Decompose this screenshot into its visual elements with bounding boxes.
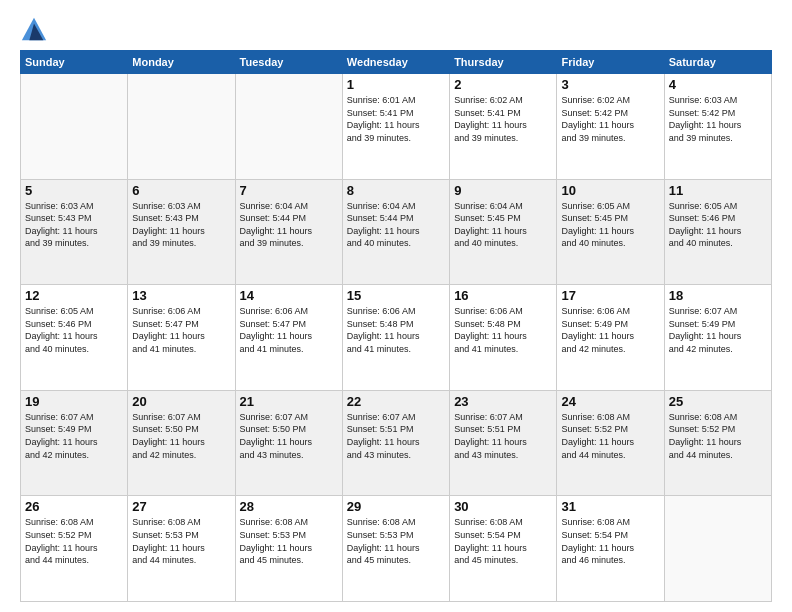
weekday-header-row: SundayMondayTuesdayWednesdayThursdayFrid… (21, 51, 772, 74)
day-info: Sunrise: 6:07 AM Sunset: 5:49 PM Dayligh… (669, 305, 767, 355)
day-info: Sunrise: 6:05 AM Sunset: 5:45 PM Dayligh… (561, 200, 659, 250)
day-info: Sunrise: 6:04 AM Sunset: 5:44 PM Dayligh… (240, 200, 338, 250)
calendar-cell: 11Sunrise: 6:05 AM Sunset: 5:46 PM Dayli… (664, 179, 771, 285)
day-number: 30 (454, 499, 552, 514)
calendar-cell: 26Sunrise: 6:08 AM Sunset: 5:52 PM Dayli… (21, 496, 128, 602)
day-number: 8 (347, 183, 445, 198)
day-number: 2 (454, 77, 552, 92)
calendar-cell: 6Sunrise: 6:03 AM Sunset: 5:43 PM Daylig… (128, 179, 235, 285)
day-number: 25 (669, 394, 767, 409)
day-info: Sunrise: 6:08 AM Sunset: 5:54 PM Dayligh… (561, 516, 659, 566)
day-number: 4 (669, 77, 767, 92)
calendar-cell: 20Sunrise: 6:07 AM Sunset: 5:50 PM Dayli… (128, 390, 235, 496)
calendar-week-3: 12Sunrise: 6:05 AM Sunset: 5:46 PM Dayli… (21, 285, 772, 391)
weekday-header-sunday: Sunday (21, 51, 128, 74)
day-info: Sunrise: 6:08 AM Sunset: 5:52 PM Dayligh… (561, 411, 659, 461)
day-number: 19 (25, 394, 123, 409)
day-info: Sunrise: 6:06 AM Sunset: 5:47 PM Dayligh… (240, 305, 338, 355)
day-number: 11 (669, 183, 767, 198)
day-info: Sunrise: 6:07 AM Sunset: 5:51 PM Dayligh… (347, 411, 445, 461)
day-number: 18 (669, 288, 767, 303)
calendar-cell: 1Sunrise: 6:01 AM Sunset: 5:41 PM Daylig… (342, 74, 449, 180)
day-number: 24 (561, 394, 659, 409)
calendar-cell: 25Sunrise: 6:08 AM Sunset: 5:52 PM Dayli… (664, 390, 771, 496)
day-number: 12 (25, 288, 123, 303)
day-number: 27 (132, 499, 230, 514)
day-number: 29 (347, 499, 445, 514)
day-info: Sunrise: 6:08 AM Sunset: 5:53 PM Dayligh… (347, 516, 445, 566)
day-info: Sunrise: 6:04 AM Sunset: 5:45 PM Dayligh… (454, 200, 552, 250)
day-info: Sunrise: 6:05 AM Sunset: 5:46 PM Dayligh… (25, 305, 123, 355)
day-info: Sunrise: 6:07 AM Sunset: 5:49 PM Dayligh… (25, 411, 123, 461)
calendar-cell: 19Sunrise: 6:07 AM Sunset: 5:49 PM Dayli… (21, 390, 128, 496)
day-info: Sunrise: 6:07 AM Sunset: 5:51 PM Dayligh… (454, 411, 552, 461)
calendar-table: SundayMondayTuesdayWednesdayThursdayFrid… (20, 50, 772, 602)
calendar-week-4: 19Sunrise: 6:07 AM Sunset: 5:49 PM Dayli… (21, 390, 772, 496)
calendar-cell: 10Sunrise: 6:05 AM Sunset: 5:45 PM Dayli… (557, 179, 664, 285)
day-number: 3 (561, 77, 659, 92)
logo-icon (20, 16, 48, 44)
day-number: 13 (132, 288, 230, 303)
day-info: Sunrise: 6:06 AM Sunset: 5:47 PM Dayligh… (132, 305, 230, 355)
calendar-cell (21, 74, 128, 180)
weekday-header-monday: Monday (128, 51, 235, 74)
day-info: Sunrise: 6:08 AM Sunset: 5:54 PM Dayligh… (454, 516, 552, 566)
page: SundayMondayTuesdayWednesdayThursdayFrid… (0, 0, 792, 612)
day-number: 22 (347, 394, 445, 409)
day-number: 15 (347, 288, 445, 303)
calendar-cell: 28Sunrise: 6:08 AM Sunset: 5:53 PM Dayli… (235, 496, 342, 602)
day-info: Sunrise: 6:02 AM Sunset: 5:41 PM Dayligh… (454, 94, 552, 144)
header (20, 16, 772, 44)
day-number: 6 (132, 183, 230, 198)
day-info: Sunrise: 6:03 AM Sunset: 5:43 PM Dayligh… (132, 200, 230, 250)
day-number: 31 (561, 499, 659, 514)
calendar-cell: 7Sunrise: 6:04 AM Sunset: 5:44 PM Daylig… (235, 179, 342, 285)
day-info: Sunrise: 6:01 AM Sunset: 5:41 PM Dayligh… (347, 94, 445, 144)
day-number: 26 (25, 499, 123, 514)
weekday-header-tuesday: Tuesday (235, 51, 342, 74)
calendar-cell: 13Sunrise: 6:06 AM Sunset: 5:47 PM Dayli… (128, 285, 235, 391)
day-number: 23 (454, 394, 552, 409)
calendar-cell: 24Sunrise: 6:08 AM Sunset: 5:52 PM Dayli… (557, 390, 664, 496)
calendar-cell: 18Sunrise: 6:07 AM Sunset: 5:49 PM Dayli… (664, 285, 771, 391)
day-info: Sunrise: 6:03 AM Sunset: 5:43 PM Dayligh… (25, 200, 123, 250)
calendar-cell: 14Sunrise: 6:06 AM Sunset: 5:47 PM Dayli… (235, 285, 342, 391)
day-info: Sunrise: 6:06 AM Sunset: 5:48 PM Dayligh… (347, 305, 445, 355)
calendar-cell (235, 74, 342, 180)
day-number: 28 (240, 499, 338, 514)
calendar-cell (664, 496, 771, 602)
calendar-cell: 12Sunrise: 6:05 AM Sunset: 5:46 PM Dayli… (21, 285, 128, 391)
day-number: 16 (454, 288, 552, 303)
calendar-cell: 22Sunrise: 6:07 AM Sunset: 5:51 PM Dayli… (342, 390, 449, 496)
calendar-cell: 2Sunrise: 6:02 AM Sunset: 5:41 PM Daylig… (450, 74, 557, 180)
calendar-week-2: 5Sunrise: 6:03 AM Sunset: 5:43 PM Daylig… (21, 179, 772, 285)
calendar-cell: 31Sunrise: 6:08 AM Sunset: 5:54 PM Dayli… (557, 496, 664, 602)
calendar-cell: 3Sunrise: 6:02 AM Sunset: 5:42 PM Daylig… (557, 74, 664, 180)
calendar-week-1: 1Sunrise: 6:01 AM Sunset: 5:41 PM Daylig… (21, 74, 772, 180)
day-info: Sunrise: 6:08 AM Sunset: 5:52 PM Dayligh… (669, 411, 767, 461)
day-number: 10 (561, 183, 659, 198)
day-number: 9 (454, 183, 552, 198)
calendar-cell: 21Sunrise: 6:07 AM Sunset: 5:50 PM Dayli… (235, 390, 342, 496)
day-info: Sunrise: 6:06 AM Sunset: 5:49 PM Dayligh… (561, 305, 659, 355)
calendar-cell: 23Sunrise: 6:07 AM Sunset: 5:51 PM Dayli… (450, 390, 557, 496)
logo (20, 16, 52, 44)
day-number: 5 (25, 183, 123, 198)
day-number: 7 (240, 183, 338, 198)
day-info: Sunrise: 6:06 AM Sunset: 5:48 PM Dayligh… (454, 305, 552, 355)
calendar-cell: 27Sunrise: 6:08 AM Sunset: 5:53 PM Dayli… (128, 496, 235, 602)
day-info: Sunrise: 6:08 AM Sunset: 5:53 PM Dayligh… (132, 516, 230, 566)
day-number: 14 (240, 288, 338, 303)
calendar-week-5: 26Sunrise: 6:08 AM Sunset: 5:52 PM Dayli… (21, 496, 772, 602)
calendar-cell: 9Sunrise: 6:04 AM Sunset: 5:45 PM Daylig… (450, 179, 557, 285)
day-number: 21 (240, 394, 338, 409)
day-info: Sunrise: 6:08 AM Sunset: 5:52 PM Dayligh… (25, 516, 123, 566)
day-info: Sunrise: 6:07 AM Sunset: 5:50 PM Dayligh… (240, 411, 338, 461)
weekday-header-saturday: Saturday (664, 51, 771, 74)
weekday-header-wednesday: Wednesday (342, 51, 449, 74)
day-info: Sunrise: 6:02 AM Sunset: 5:42 PM Dayligh… (561, 94, 659, 144)
calendar-cell: 5Sunrise: 6:03 AM Sunset: 5:43 PM Daylig… (21, 179, 128, 285)
day-number: 20 (132, 394, 230, 409)
day-info: Sunrise: 6:05 AM Sunset: 5:46 PM Dayligh… (669, 200, 767, 250)
weekday-header-thursday: Thursday (450, 51, 557, 74)
